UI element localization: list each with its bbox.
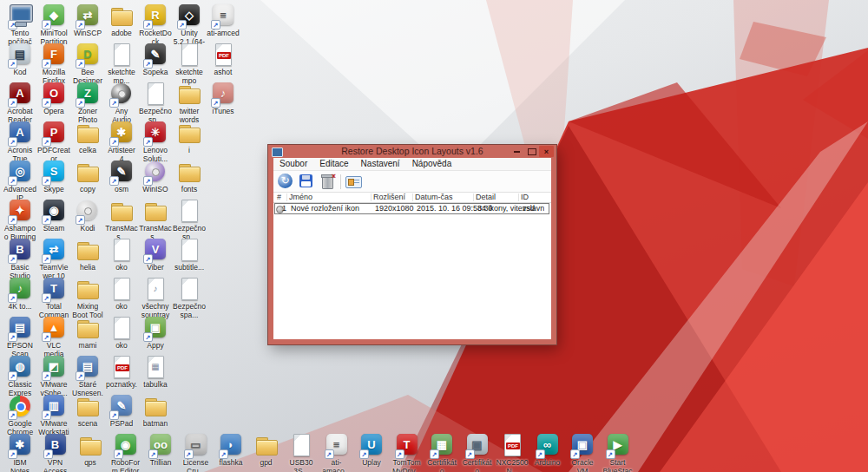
column-header[interactable]: Detail [476,193,496,202]
desktop-icon[interactable]: ✳↗Lenovo Soluti... [139,121,172,163]
desktop-icon[interactable]: U↗Uplay [355,433,388,467]
desktop-icon[interactable]: ♪↗iTunes [207,82,240,115]
desktop-icon[interactable]: ▤↗Kod [3,43,36,76]
desktop-icon[interactable]: O↗Opera [37,82,70,115]
list-header[interactable]: #JménoRozlišeníDatum-časDetailID [273,193,551,203]
desktop-icon[interactable]: ✱↗Artisteer 4 [105,121,138,163]
desktop-icon[interactable]: fonts [173,160,206,193]
desktop-icon[interactable]: ▭↗License Cru... [180,433,213,472]
desktop-icon[interactable]: ∞↗Arduino [531,433,564,467]
desktop-icon[interactable]: ◩↗VMware vSphe... [37,355,70,397]
desktop-icon[interactable]: ✎↗Sopeka [139,43,172,76]
desktop-icon[interactable]: ▤↗Staré Usnesen... [71,355,104,398]
desktop-icon[interactable]: D↗Bee Designer Pro 20... [71,43,104,86]
desktop-icon[interactable]: Bezpečnosp... [173,199,206,241]
desktop-icon[interactable]: USB30 3S... [285,433,318,472]
desktop-icon[interactable]: ▥↗VMware Workstation [37,394,70,437]
desktop-icon[interactable]: ◉↗Steam [37,199,70,233]
desktop-icon[interactable]: ▣↗Oracle VM VirtualBox [566,433,599,472]
desktop-icon[interactable]: gpd [250,433,283,467]
id-card-button[interactable] [345,173,362,190]
desktop-icon[interactable]: oo↗Trillian [144,433,177,467]
save-button[interactable] [298,173,315,190]
desktop-icon[interactable]: mami [71,316,104,350]
desktop-icon[interactable]: celka [71,121,104,154]
restore-desktop-icon-layouts-window[interactable]: Restore Desktop Icon Layouts v1.6 × Soub… [268,145,556,344]
desktop-icon[interactable]: ✦↗Ashampoo Burning Stu... [3,199,36,242]
desktop-icon[interactable]: ◎↗Advanced IP Scanner [3,160,36,203]
desktop-icon[interactable]: poznatky... [105,355,138,397]
desktop-icon[interactable]: sketchtempo [173,43,206,85]
desktop-icon[interactable]: R↗RocketDock [139,3,172,46]
desktop-icon[interactable]: ♪všechny sountray [139,277,172,319]
desktop-icon[interactable]: i [173,121,206,154]
desktop-icon[interactable]: ⇄↗TeamViewer 10 [37,238,70,280]
desktop-icon[interactable]: ≡↗ati-amaco... [320,433,353,472]
menu-item-nastaven-[interactable]: Nastavení [355,158,406,170]
desktop-icon[interactable]: oko [105,238,138,272]
desktop-icon[interactable]: P↗PDFCreator [37,121,70,163]
desktop-icon[interactable]: ↗WinISO [139,160,172,193]
desktop-icon[interactable]: oko [105,316,138,350]
desktop-icon[interactable]: subtitle... [173,238,206,272]
desktop-icon[interactable]: V↗Viber [139,238,172,272]
column-header[interactable]: ID [521,193,529,202]
desktop-icon[interactable]: B↗Basic Studio [3,238,36,280]
desktop-icon[interactable]: TransMacs... [105,199,138,241]
desktop-icon[interactable]: Z↗Zoner Photo Studio 17 [71,82,104,125]
desktop-icon[interactable]: ◍↗Classic Expres [3,355,36,397]
desktop-icon[interactable]: ▲↗VLC media player [37,316,70,359]
desktop-icon[interactable]: Bezpečnospa... [173,277,206,319]
menu-item-editace[interactable]: Editace [313,158,354,170]
desktop-icon[interactable]: B↗VPN Access Manager [39,433,72,472]
desktop-icon[interactable]: A↗Acronis True Image 2015 [3,121,36,164]
desktop-icon[interactable]: ≡↗ati-amced [207,3,240,37]
restore-layout-icon-button[interactable]: ↻ [277,173,294,190]
desktop-icon[interactable]: ▦↗Certifikát o Umístěn... [425,433,458,472]
desktop-icon[interactable]: ▤↗EPSON Scan [3,316,36,358]
desktop-icon[interactable]: S↗Skype [37,160,70,193]
desktop-icon[interactable]: F↗Mozilla Firefox [37,43,70,85]
desktop-icon[interactable]: ↗Google Chrome [3,394,36,436]
column-header[interactable]: Rozlišení [373,193,405,202]
desktop-icon[interactable]: Mixing Boot Tool [71,277,104,319]
desktop-icon[interactable]: ⇄↗WinSCP [71,3,104,37]
desktop-icon[interactable]: ◗↗flashka [214,433,247,467]
close-button[interactable]: × [539,146,554,157]
desktop-icon[interactable]: ◉↗RoboForm Editor [109,433,142,472]
table-row[interactable]: 1Nové rozložení ikon1920x10802015. 10. 1… [274,203,549,214]
desktop-icon[interactable]: Bezpečnosp... [139,82,172,124]
desktop-icon[interactable]: NXC2500 N... [496,433,529,472]
desktop-icon[interactable]: qps [74,433,107,467]
menu-item-n-pov-da[interactable]: Nápověda [406,158,458,170]
desktop-icon[interactable]: ✎↗osm [105,160,138,193]
desktop-icon[interactable]: ↗Kodi [71,199,104,233]
desktop-icon[interactable]: ◇↗Unity 5.2.1 (64-bit) [173,3,206,47]
desktop-icon[interactable]: ▶↗Start BlueStacks [602,433,635,472]
desktop-icon[interactable]: ↗Tento počítač [3,3,36,46]
desktop-icon[interactable]: adobe [105,3,138,37]
delete-button[interactable]: × [319,173,336,190]
desktop-icon[interactable]: A↗Acrobat Reader DC [3,82,36,125]
column-header[interactable]: Datum-čas [415,193,453,202]
maximize-button[interactable] [524,146,539,157]
desktop-icon[interactable]: copy [71,160,104,193]
desktop-icon[interactable]: ashot [207,43,240,76]
column-header[interactable]: Jméno [289,193,312,202]
desktop-icon[interactable]: sketchtemp... [105,43,138,85]
window-titlebar[interactable]: Restore Desktop Icon Layouts v1.6 × [268,145,556,158]
desktop-icon[interactable]: batman [139,394,172,428]
desktop-icon[interactable]: ✎↗PSPad [105,394,138,428]
minimize-button[interactable] [510,146,524,157]
menu-item-soubor[interactable]: Soubor [273,158,313,170]
desktop-icon[interactable]: ↗Any Audio Generator [105,82,138,125]
desktop-icon[interactable]: ✱↗IBM Notes [3,433,36,472]
desktop-icon[interactable]: ◆↗MiniTool Partition Wi... [37,3,70,47]
desktop-icon[interactable]: scena [71,394,104,428]
desktop-icon[interactable]: T↗Total Command... [37,277,70,320]
desktop-icon[interactable]: ▣↗Certifikát o umístěn... [461,433,494,472]
desktop-icon[interactable]: oko [105,277,138,311]
desktop-icon[interactable]: ♪↗4K to... [3,277,36,311]
desktop-icon[interactable]: helia [71,238,104,272]
desktop-icon[interactable]: twitter words [173,82,206,124]
